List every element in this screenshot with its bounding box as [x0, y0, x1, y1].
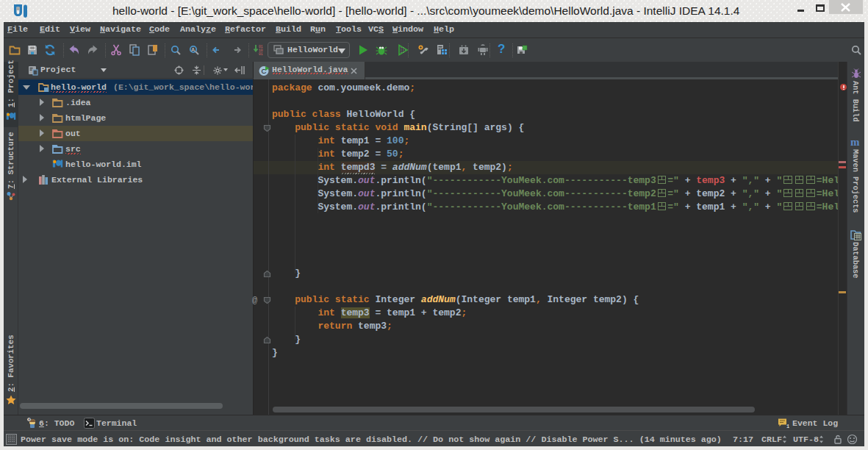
svg-text:1: 1 [786, 424, 789, 429]
svg-text:01: 01 [259, 52, 263, 56]
svg-text:m: m [850, 136, 860, 147]
svg-text:e: e [28, 418, 30, 422]
svg-text:A: A [191, 46, 195, 53]
